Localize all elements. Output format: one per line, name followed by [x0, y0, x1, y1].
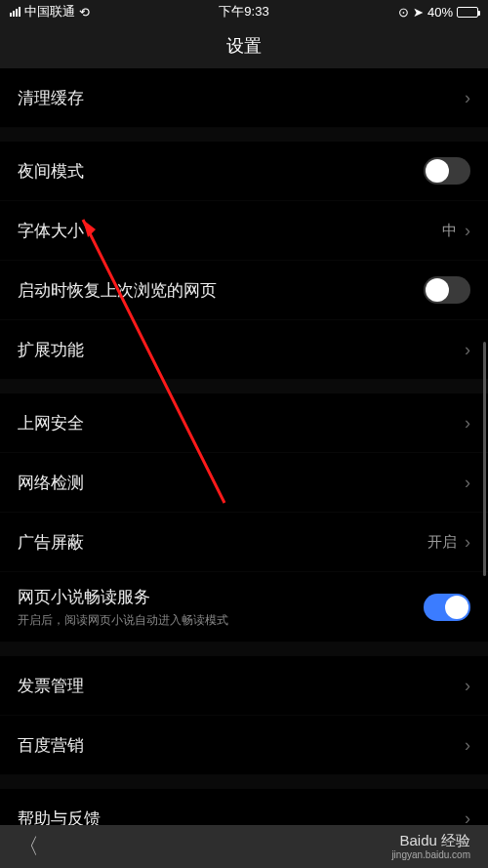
battery-pct: 40% [427, 5, 453, 20]
chevron-right-icon: › [465, 340, 470, 360]
header: 设置 [0, 23, 488, 68]
settings-list: 清理缓存 › 夜间模式 字体大小 中 › 启动时恢复上次浏览的网页 扩展功能 ›… [0, 68, 488, 848]
row-label: 夜间模式 [18, 160, 84, 183]
link-icon: ⟲ [79, 5, 90, 20]
section-gap [0, 380, 488, 393]
section-gap [0, 642, 488, 656]
row-restore-tabs[interactable]: 启动时恢复上次浏览的网页 [0, 261, 488, 320]
alarm-icon: ⊙ [398, 5, 409, 20]
row-security[interactable]: 上网安全 › [0, 393, 488, 453]
chevron-right-icon: › [465, 413, 470, 434]
row-extensions[interactable]: 扩展功能 › [0, 320, 488, 380]
restore-tabs-toggle[interactable] [424, 276, 470, 304]
chevron-right-icon: › [465, 676, 470, 696]
chevron-right-icon: › [465, 532, 470, 553]
row-sublabel: 开启后，阅读网页小说自动进入畅读模式 [18, 612, 228, 629]
row-label: 清理缓存 [18, 87, 84, 109]
row-label: 发票管理 [18, 675, 84, 697]
row-novel-service[interactable]: 网页小说畅读服务 开启后，阅读网页小说自动进入畅读模式 [0, 572, 488, 642]
page-title: 设置 [226, 34, 262, 58]
row-clear-cache[interactable]: 清理缓存 › [0, 68, 488, 128]
novel-service-toggle[interactable] [424, 594, 470, 621]
status-time: 下午9:33 [219, 3, 268, 21]
watermark: Baidu 经验 jingyan.baidu.com [391, 833, 470, 860]
row-marketing[interactable]: 百度营销 › [0, 716, 488, 775]
row-ad-block[interactable]: 广告屏蔽 开启 › [0, 513, 488, 572]
back-button[interactable]: 〈 [18, 832, 39, 861]
row-network-check[interactable]: 网络检测 › [0, 453, 488, 513]
status-left: 中国联通 ⟲ [10, 3, 90, 21]
row-label: 字体大小 [18, 220, 84, 242]
row-value: 中 [442, 222, 457, 240]
chevron-right-icon: › [465, 88, 470, 108]
row-label: 网页小说畅读服务 [18, 586, 228, 608]
row-label: 上网安全 [18, 412, 84, 434]
status-bar: 中国联通 ⟲ 下午9:33 ⊙ ➤ 40% [0, 0, 488, 23]
chevron-right-icon: › [465, 221, 470, 241]
section-gap [0, 775, 488, 789]
row-label: 网络检测 [18, 472, 84, 494]
row-night-mode[interactable]: 夜间模式 [0, 142, 488, 201]
status-right: ⊙ ➤ 40% [398, 5, 478, 20]
row-invoice[interactable]: 发票管理 › [0, 656, 488, 716]
carrier-label: 中国联通 [24, 3, 75, 21]
night-mode-toggle[interactable] [424, 157, 470, 185]
row-label: 百度营销 [18, 734, 84, 757]
location-icon: ➤ [413, 5, 424, 20]
row-font-size[interactable]: 字体大小 中 › [0, 201, 488, 261]
section-gap [0, 128, 488, 142]
scroll-indicator[interactable] [483, 342, 486, 576]
row-value: 开启 [427, 533, 457, 552]
row-label: 扩展功能 [18, 339, 84, 361]
watermark-brand: Baidu 经验 [399, 833, 470, 849]
watermark-url: jingyan.baidu.com [391, 849, 470, 860]
bottom-bar: 〈 Baidu 经验 jingyan.baidu.com [0, 825, 488, 868]
row-label: 广告屏蔽 [18, 531, 84, 554]
signal-icon [10, 7, 20, 17]
battery-icon [457, 7, 478, 18]
row-label: 启动时恢复上次浏览的网页 [18, 279, 217, 302]
chevron-right-icon: › [465, 735, 470, 756]
chevron-right-icon: › [465, 473, 470, 493]
